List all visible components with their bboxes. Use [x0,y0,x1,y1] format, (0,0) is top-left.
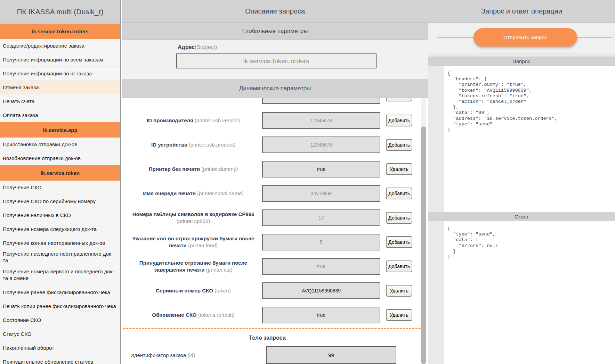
param-label-main: Обновление СКО [152,312,196,318]
address-label-main: Адрес [178,44,195,50]
param-row-band: Принтер без печати (printer.dummy)trueУд… [122,161,428,177]
sidebar-item-selected[interactable]: Отмена заказа [0,81,120,94]
response-section-header: Ответ [428,212,615,221]
param-row: Принудительное отрезание бумаги после за… [122,254,428,279]
param-input[interactable]: true [262,258,380,275]
order-id-label: Идентификатор заказа (id) [122,352,266,358]
sidebar-item[interactable]: Оплата заказа [0,108,120,122]
remove-param-button[interactable]: Удалить [386,309,412,321]
sidebar-item[interactable]: Получение кол-ва неотправленных док-ов [0,236,120,250]
param-row-band: Серийный номер СКО (token)AVQ11159990839… [122,282,428,299]
param-row-band: Имя очереди печати (printer.spool.name)a… [122,185,428,202]
add-param-button[interactable]: Добавить [386,260,412,272]
partial-param-input[interactable] [262,98,380,104]
dynamic-params-header: Динамические параметры [122,79,428,98]
param-row-band: Обновление СКО (tokens.refresh)trueУдали… [122,307,428,323]
request-json-box: { "headers": { "printer.dummy": "true", … [444,66,615,212]
request-response-panel: Запрос и ответ операции Отправить запрос… [428,0,615,364]
request-response-title: Запрос и ответ операции [428,0,615,23]
param-row: Обновление СКО (tokens.refresh)trueУдали… [122,303,428,327]
sidebar: ПК IKASSA multi (Dusik_r) ik.service.tok… [0,0,121,364]
param-label-code: (printer.dummy) [201,166,238,172]
sidebar-item[interactable]: Возобновление отправки док-ов [0,151,120,165]
param-label-code: (printer.cp866) [177,218,210,224]
add-param-button[interactable]: Добавить [386,212,412,224]
sidebar-item[interactable]: Накопленный оборот [0,341,120,355]
request-json-body: { "headers": { "printer.dummy": "true", … [444,66,615,133]
global-params-section: Адрес(Subject) ik.service.token.orders [122,40,428,79]
sidebar-item[interactable]: Получение информации по всем заказам [0,53,120,67]
param-input[interactable]: 12345678 [262,112,380,129]
param-input[interactable]: any value [262,185,380,202]
param-input[interactable]: 17 [262,209,380,226]
sidebar-section-header: ik.service.token.orders [0,24,120,39]
remove-param-button[interactable]: Удалить [386,163,412,175]
order-id-row: Идентификатор заказа (id) 99 [122,346,428,364]
sidebar-item[interactable]: Печать копии ранее фискализированного че… [0,299,120,313]
sidebar-item[interactable]: Получение ранее фискализированного чека [0,286,120,299]
sidebar-item[interactable]: Получение последнего неотправленного док… [0,250,120,264]
sidebar-item[interactable]: Печать счета [0,94,120,108]
send-request-button[interactable]: Отправить запрос [474,28,577,47]
param-row: Принтер без печати (printer.dummy)trueУд… [122,157,428,181]
param-label-main: Серийный номер СКО [156,288,213,293]
param-label: Имя очереди печати (printer.spool.name) [122,190,262,197]
param-input[interactable]: 12345678 [262,136,380,153]
param-label: Обновление СКО (tokens.refresh) [122,312,262,318]
sidebar-item[interactable]: Создание/редактирование заказа [0,39,120,53]
param-input[interactable]: true [262,161,380,177]
sidebar-item[interactable]: Получение СКО по серийному номеру [0,195,120,208]
param-label-code: (printer.cut) [206,267,233,273]
param-row-band: ID производителя (printer.usb.vendor)123… [122,112,428,129]
param-label: ID устройства (printer.usb.product) [122,141,262,148]
address-input[interactable]: ik.service.token.orders [176,53,377,68]
param-row-band: Номера таблицы символов в кодировке CP86… [122,209,428,226]
order-id-label-code: (id) [187,352,195,358]
address-label: Адрес(Subject) [178,44,428,50]
sidebar-section-header: ik.service.token [0,165,120,181]
param-label: Принудительное отрезание бумаги после за… [122,259,262,273]
param-label-code: (printer.usb.product) [189,142,235,148]
order-id-label-main: Идентификатор заказа [130,352,186,358]
add-param-button[interactable]: Добавить [386,115,412,126]
sidebar-item[interactable]: Получение наличных в СКО [0,208,120,222]
response-json-body: { "type": "send", "data": { "errors": nu… [444,221,615,260]
remove-param-button[interactable]: Удалить [386,285,412,297]
param-input[interactable]: true [262,307,380,323]
add-param-button[interactable]: Добавить [386,139,412,151]
param-label-code: (token) [215,288,231,293]
sidebar-item[interactable]: Получение СКО [0,181,120,195]
request-section-header: Запрос [428,57,615,66]
send-zone: Отправить запрос [428,23,615,53]
sidebar-item[interactable]: Получение номера первого и последнего до… [0,264,120,286]
param-row-band: ID устройства (printer.usb.product)12345… [122,136,428,153]
sidebar-item[interactable]: Статус СКО [0,327,120,341]
param-label-main: Имя очереди печати [143,190,196,196]
sidebar-item[interactable]: Принудительное обновление статуса [0,355,120,364]
partial-param-button[interactable] [386,98,412,101]
partial-param-row [122,98,428,104]
param-label: Серийный номер СКО (token) [122,287,262,294]
sidebar-menu: ik.service.token.ordersСоздание/редактир… [0,24,120,364]
param-label-main: ID производителя [147,117,193,123]
sidebar-item[interactable]: Состояние СКО [0,313,120,327]
param-label-code: (printer.feed) [188,242,218,248]
sidebar-section-header: ik.service.app [0,122,120,138]
sidebar-item[interactable]: Приостановка отправки док-ов [0,138,120,151]
app-title: ПК IKASSA multi (Dusik_r) [0,0,120,24]
param-label: Номера таблицы символов в кодировке CP86… [122,211,262,225]
add-param-button[interactable]: Добавить [386,236,412,248]
request-description-panel: Описание запроса Глобальные параметры Ад… [122,0,428,364]
param-input[interactable]: 5 [262,234,380,250]
param-label: Принтер без печати (printer.dummy) [122,166,262,173]
middle-scrollbar-thumb[interactable] [421,126,426,364]
param-label: Указание кол-во строк прокрутки бумаги п… [122,235,262,249]
param-label-main: ID устройства [151,142,187,148]
add-param-button[interactable]: Добавить [386,188,412,199]
param-row: Указание кол-во строк прокрутки бумаги п… [122,230,428,254]
param-row: ID производителя (printer.usb.vendor)123… [122,108,428,133]
order-id-input[interactable]: 99 [266,346,396,364]
sidebar-item[interactable]: Получение информации по id заказа [0,67,120,81]
sidebar-item[interactable]: Получение номера следующего док-та [0,222,120,236]
param-input[interactable]: AVQ11159990839 [262,282,380,299]
